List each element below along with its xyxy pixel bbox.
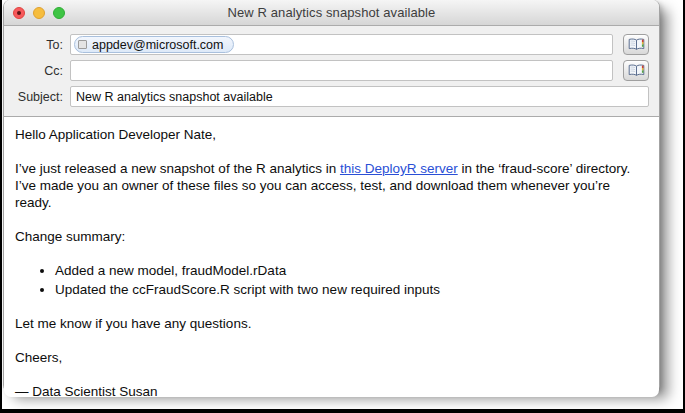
address-book-icon [628, 64, 645, 78]
titlebar[interactable]: New R analytics snapshot available [4, 0, 659, 26]
subject-input[interactable] [74, 87, 645, 106]
paragraph-release: I’ve just released a new snapshot of the… [15, 160, 647, 211]
close-button[interactable] [13, 7, 25, 19]
signoff-line: Cheers, [15, 349, 647, 366]
closing-line: Let me know if you have any questions. [15, 315, 647, 332]
to-field[interactable]: appdev@microsoft.com [70, 34, 613, 55]
address-book-icon [628, 38, 645, 52]
subject-row: Subject: [4, 86, 659, 107]
cc-row: Cc: [4, 60, 659, 81]
subject-field[interactable] [70, 86, 649, 107]
zoom-button[interactable] [53, 7, 65, 19]
minimize-button[interactable] [33, 7, 45, 19]
document-edited-dot-icon [17, 11, 21, 15]
cc-field[interactable] [70, 60, 613, 81]
change-list: Added a new model, fraudModel.rData Upda… [15, 262, 647, 299]
address-book-button-cc[interactable] [623, 60, 649, 81]
to-label: To: [4, 38, 70, 52]
screenshot-frame: New R analytics snapshot available To: a… [0, 0, 685, 413]
subject-label: Subject: [4, 90, 70, 104]
compose-header: To: appdev@microsoft.com [4, 26, 659, 117]
recipient-address: appdev@microsoft.com [92, 38, 224, 52]
change-summary-line: Change summary: [15, 228, 647, 245]
address-book-button-to[interactable] [623, 34, 649, 55]
contact-card-icon [78, 40, 87, 49]
deployr-server-link[interactable]: this DeployR server [340, 161, 458, 176]
to-row: To: appdev@microsoft.com [4, 34, 659, 55]
list-item: Added a new model, fraudModel.rData [55, 262, 647, 280]
message-body-editor[interactable]: Hello Application Developer Nate, I’ve j… [4, 117, 659, 397]
cc-input[interactable] [74, 61, 609, 80]
traffic-lights [13, 0, 65, 26]
list-item: Updated the ccFraudScore.R script with t… [55, 281, 647, 299]
greeting-line: Hello Application Developer Nate, [15, 126, 647, 143]
recipient-token[interactable]: appdev@microsoft.com [74, 36, 234, 53]
cc-label: Cc: [4, 64, 70, 78]
mail-compose-window: New R analytics snapshot available To: a… [3, 0, 660, 392]
window-title: New R analytics snapshot available [4, 5, 659, 20]
paragraph-release-text: I’ve just released a new snapshot of the… [15, 161, 340, 176]
signature-line: — Data Scientist Susan [15, 383, 647, 397]
